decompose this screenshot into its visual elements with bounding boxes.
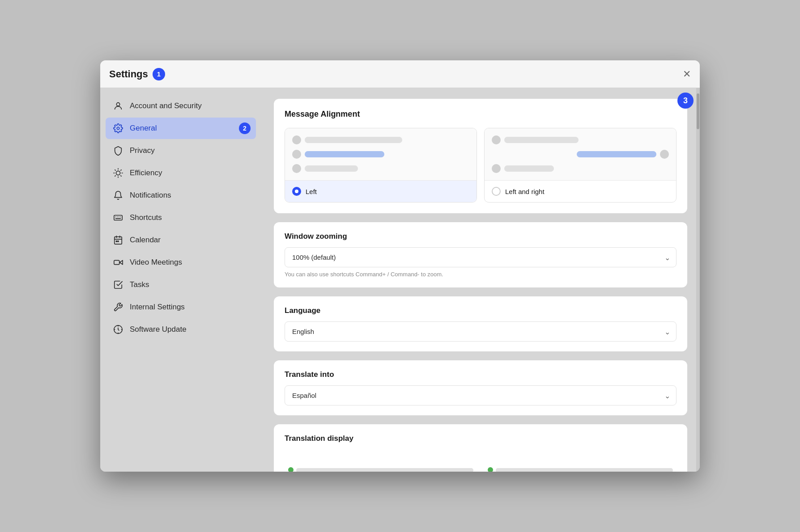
msg-avatar-2 (292, 150, 301, 159)
tasks-icon (113, 279, 123, 290)
svg-line-9 (115, 176, 115, 176)
gear-icon (113, 123, 123, 134)
content-area: Account and Security General 2 (100, 88, 700, 472)
sidebar-label-privacy: Privacy (130, 146, 155, 155)
msg-row-1 (292, 135, 469, 144)
person-icon (113, 101, 123, 111)
msg-bubble-blue (305, 151, 384, 157)
alignment-option-left[interactable]: Left (285, 128, 477, 203)
sidebar-label-software-update: Software Update (130, 325, 187, 334)
left-right-label-text: Left and right (505, 188, 545, 195)
language-section: Language English Español Français Deutsc… (274, 296, 687, 351)
sidebar-item-video-meetings[interactable]: Video Meetings (106, 252, 256, 273)
svg-rect-23 (114, 260, 119, 264)
wrench-icon (113, 302, 123, 312)
shield-icon (113, 145, 123, 156)
svg-point-2 (116, 171, 120, 175)
msg-avatar-3 (292, 164, 301, 173)
lr-avatar-2 (660, 150, 669, 159)
settings-window: Settings 1 ✕ Account and Security (100, 60, 700, 472)
msg-row-2 (292, 150, 469, 159)
window-zooming-select[interactable]: 75% 90% 100% (default) 110% 125% 150% (285, 247, 677, 267)
sidebar-label-efficiency: Efficiency (130, 169, 162, 177)
sidebar-label-shortcuts: Shortcuts (130, 213, 162, 222)
left-right-label-row[interactable]: Left and right (485, 180, 676, 202)
lr-avatar-1 (492, 135, 501, 144)
lr-avatar-3 (492, 164, 501, 173)
sidebar-item-account-security[interactable]: Account and Security (106, 95, 256, 117)
svg-point-0 (116, 103, 119, 106)
lightbulb-icon (113, 168, 123, 178)
window-zooming-title: Window zooming (285, 232, 677, 241)
left-radio[interactable] (292, 187, 301, 196)
svg-rect-11 (114, 215, 122, 220)
sidebar: Account and Security General 2 (100, 88, 261, 472)
sidebar-item-general[interactable]: General 2 (106, 118, 256, 139)
msg-avatar (292, 135, 301, 144)
sidebar-label-account-security: Account and Security (130, 101, 202, 110)
sidebar-item-notifications[interactable]: Notifications (106, 185, 256, 206)
translation-display-title: Translation display (285, 434, 677, 443)
alignment-option-left-right[interactable]: Left and right (484, 128, 677, 203)
sidebar-item-software-update[interactable]: Software Update (106, 319, 256, 340)
translation-preview-card-1 (285, 449, 477, 472)
sidebar-item-efficiency[interactable]: Efficiency (106, 162, 256, 184)
msg-bubble-1 (305, 137, 402, 143)
translation-preview-card-2 (484, 449, 677, 472)
lr-row-1 (492, 135, 669, 144)
msg-row-3 (292, 164, 469, 173)
svg-rect-21 (116, 241, 117, 242)
video-icon (113, 257, 123, 268)
titlebar: Settings 1 ✕ (100, 60, 700, 88)
svg-line-6 (121, 176, 121, 176)
sidebar-label-tasks: Tasks (130, 280, 149, 289)
left-label-row[interactable]: Left (285, 180, 477, 202)
mini-dot-2 (488, 467, 493, 472)
general-badge: 2 (239, 122, 251, 134)
sidebar-item-calendar[interactable]: Calendar (106, 229, 256, 251)
main-content: 3 Message Alignment (261, 88, 700, 472)
msg-bubble-3 (305, 165, 358, 172)
scrollbar-track (696, 88, 700, 472)
svg-marker-24 (120, 260, 123, 264)
sidebar-item-shortcuts[interactable]: Shortcuts (106, 207, 256, 228)
svg-rect-17 (115, 237, 122, 245)
lr-row-2 (492, 150, 669, 159)
sidebar-label-internal-settings: Internal Settings (130, 303, 185, 312)
sidebar-item-tasks[interactable]: Tasks (106, 274, 256, 296)
translate-into-title: Translate into (285, 370, 677, 379)
sidebar-label-general: General (130, 124, 157, 133)
scrollbar-thumb[interactable] (697, 93, 699, 129)
mini-dot-1 (288, 467, 294, 472)
close-button[interactable]: ✕ (683, 69, 691, 79)
mini-bar-1 (296, 468, 473, 472)
mini-bar-2 (496, 468, 673, 472)
left-label-text: Left (306, 188, 317, 195)
window-zooming-hint: You can also use shortcuts Command+ / Co… (285, 271, 677, 278)
language-title: Language (285, 306, 677, 315)
svg-point-1 (117, 127, 119, 130)
svg-line-10 (121, 170, 121, 170)
translate-into-section: Translate into English Español Français … (274, 360, 687, 415)
sidebar-label-calendar: Calendar (130, 236, 161, 245)
left-right-radio[interactable] (492, 187, 501, 196)
sidebar-label-video-meetings: Video Meetings (130, 258, 182, 267)
language-select[interactable]: English Español Français Deutsch (285, 321, 677, 342)
calendar-icon (113, 235, 123, 245)
message-alignment-card: 3 Message Alignment (274, 99, 687, 213)
sidebar-item-privacy[interactable]: Privacy (106, 140, 256, 161)
language-select-wrapper: English Español Français Deutsch ⌄ (285, 321, 677, 342)
translate-into-select[interactable]: English Español Français Deutsch (285, 385, 677, 405)
svg-rect-22 (118, 241, 119, 242)
lr-row-3 (492, 164, 669, 173)
keyboard-icon (113, 212, 123, 223)
svg-line-5 (115, 170, 115, 170)
translation-display-preview (285, 449, 677, 472)
lr-bubble-blue (577, 151, 656, 157)
alignment-options: Left (285, 128, 677, 203)
message-alignment-title: Message Alignment (285, 110, 677, 119)
lr-bubble-1 (504, 137, 579, 143)
window-title: Settings (109, 68, 148, 80)
sidebar-item-internal-settings[interactable]: Internal Settings (106, 296, 256, 318)
translate-into-select-wrapper: English Español Français Deutsch ⌄ (285, 385, 677, 405)
